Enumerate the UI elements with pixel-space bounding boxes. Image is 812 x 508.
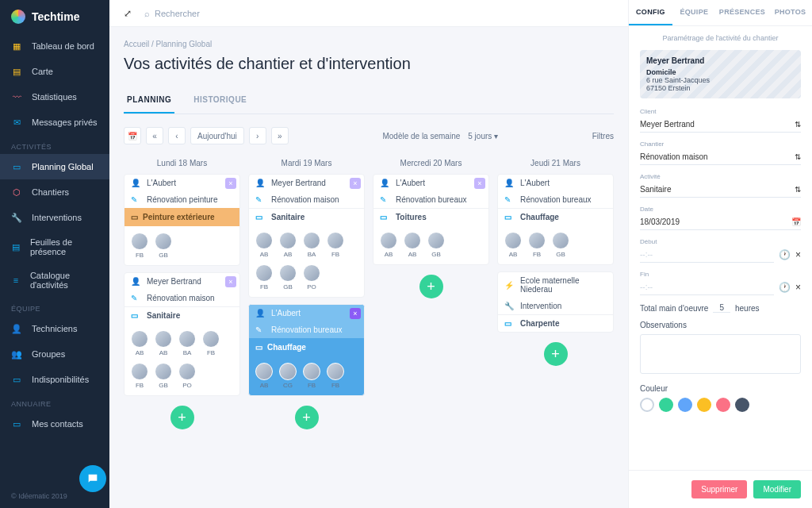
- panel-tab-config[interactable]: CONFIG: [629, 0, 672, 25]
- avatar[interactable]: FB: [327, 232, 344, 258]
- search[interactable]: ⌕ Rechercher: [144, 9, 200, 18]
- date-input[interactable]: 18/03/2019📅: [640, 214, 801, 230]
- debut-label: Début: [640, 238, 801, 245]
- page-title: Vos activités de chantier et d'intervent…: [124, 55, 614, 73]
- avatar[interactable]: CG: [279, 363, 297, 389]
- breadcrumb[interactable]: Accueil / Planning Global: [124, 40, 614, 48]
- sidebar-item-chantiers[interactable]: ⬡Chantiers: [0, 179, 109, 205]
- sidebar-item-statistiques[interactable]: 〰Statistiques: [0, 84, 109, 110]
- prev-icon[interactable]: ‹: [168, 127, 186, 144]
- add-button[interactable]: +: [544, 342, 568, 366]
- avatar-img: [255, 264, 273, 282]
- sidebar-item-interventions[interactable]: 🔧Interventions: [0, 205, 109, 230]
- filters-button[interactable]: Filtres: [592, 132, 614, 140]
- sidebar-item-techniciens[interactable]: 👤Techniciens: [0, 316, 109, 341]
- obs-textarea[interactable]: [640, 334, 801, 374]
- avatar[interactable]: GB: [427, 232, 445, 258]
- activite-label: Activité: [640, 173, 801, 180]
- fin-input[interactable]: --:--: [640, 279, 774, 295]
- sidebar-item-label: Messages privés: [32, 117, 98, 127]
- planning-card[interactable]: 👤L'Aubert✎Rénovation bureaux▭ChauffageAB…: [497, 174, 614, 265]
- color-swatch[interactable]: [735, 398, 749, 412]
- sidebar-item-feuilles-de-présence[interactable]: ▤Feuilles de présence: [0, 230, 109, 264]
- edit-button[interactable]: Modifier: [753, 480, 801, 498]
- add-button[interactable]: +: [419, 275, 443, 298]
- calendar-icon[interactable]: 📅: [124, 127, 141, 144]
- color-swatch[interactable]: [697, 398, 711, 412]
- tab-historique[interactable]: HISTORIQUE: [190, 87, 250, 114]
- sidebar-item-catalogue-d'activités[interactable]: ≡Catalogue d'activités: [0, 264, 109, 297]
- avatar[interactable]: AB: [279, 232, 297, 258]
- avatar[interactable]: FB: [327, 363, 344, 389]
- avatar[interactable]: AB: [404, 232, 421, 258]
- close-icon[interactable]: ×: [474, 178, 485, 189]
- close-icon[interactable]: ×: [350, 308, 361, 319]
- avatar[interactable]: AB: [255, 363, 273, 389]
- panel-tab-presences[interactable]: PRÉSENCES: [716, 0, 768, 25]
- planning-card[interactable]: 👤L'Aubert✎Rénovation bureaux▭ToituresABA…: [373, 174, 489, 265]
- avatar[interactable]: PO: [303, 264, 320, 291]
- clear-icon[interactable]: ×: [795, 282, 801, 293]
- total-value[interactable]: 5: [713, 303, 730, 313]
- avatar[interactable]: AB: [255, 232, 273, 258]
- panel-tab-equipe[interactable]: ÉQUIPE: [672, 0, 716, 25]
- sidebar-item-carte[interactable]: ▤Carte: [0, 59, 109, 84]
- avatar[interactable]: FB: [528, 232, 546, 258]
- model-select[interactable]: 5 jours ▾: [468, 132, 498, 140]
- client-select[interactable]: Meyer Bertrand⇅: [640, 117, 801, 133]
- avatar[interactable]: BA: [178, 330, 196, 356]
- planning-card[interactable]: 👤L'Aubert✎Rénovation peinture▭Peinture e…: [124, 174, 240, 266]
- avatar[interactable]: FB: [303, 363, 320, 389]
- avatar[interactable]: GB: [279, 264, 297, 291]
- avatar[interactable]: AB: [380, 232, 397, 258]
- close-icon[interactable]: ×: [350, 178, 361, 189]
- avatar[interactable]: FB: [202, 330, 220, 356]
- color-swatch[interactable]: [678, 398, 692, 412]
- avatar[interactable]: FB: [131, 233, 148, 259]
- planning-card[interactable]: 👤Meyer Bertrand✎Rénovation maison▭Sanita…: [248, 174, 365, 298]
- planning-grid: Lundi 18 Mars👤L'Aubert✎Rénovation peintu…: [124, 152, 614, 429]
- avatar[interactable]: GB: [155, 233, 172, 259]
- avatar[interactable]: GB: [552, 232, 569, 258]
- avatar[interactable]: BA: [303, 232, 320, 258]
- chat-fab[interactable]: [79, 465, 106, 492]
- add-button[interactable]: +: [170, 406, 194, 429]
- color-swatch[interactable]: [659, 398, 673, 412]
- sidebar-item-tableau-de-bord[interactable]: ▦Tableau de bord: [0, 33, 109, 59]
- avatar[interactable]: FB: [131, 363, 148, 389]
- activite-select[interactable]: Sanitaire⇅: [640, 182, 801, 198]
- avatar[interactable]: PO: [178, 363, 196, 389]
- sidebar-item-groupes[interactable]: 👥Groupes: [0, 341, 109, 367]
- tab-planning[interactable]: PLANNING: [124, 87, 174, 114]
- sidebar-item-indisponibilités[interactable]: ▭Indisponibilités: [0, 367, 109, 392]
- delete-button[interactable]: Supprimer: [691, 480, 747, 498]
- avatar[interactable]: AB: [504, 232, 522, 258]
- day-header: Jeudi 21 Mars: [497, 152, 614, 174]
- avatar[interactable]: AB: [131, 330, 148, 356]
- planning-card[interactable]: ⚡Ecole maternelle Niederau🔧Intervention▭…: [497, 271, 614, 333]
- today-button[interactable]: Aujourd'hui: [190, 127, 244, 144]
- last-icon[interactable]: »: [271, 127, 289, 144]
- add-button[interactable]: +: [295, 406, 319, 429]
- avatar[interactable]: AB: [155, 330, 172, 356]
- sidebar-item-mes-contacts[interactable]: ▭Mes contacts: [0, 411, 109, 437]
- clear-icon[interactable]: ×: [795, 249, 801, 260]
- chantier-select[interactable]: Rénovation maison⇅: [640, 149, 801, 165]
- sidebar-item-planning-global[interactable]: ▭Planning Global: [0, 154, 109, 179]
- avatar[interactable]: FB: [255, 264, 273, 291]
- next-icon[interactable]: ›: [249, 127, 266, 144]
- planning-card[interactable]: 👤L'Aubert✎Rénovation bureaux▭ChauffageAB…: [248, 304, 365, 396]
- avatar-img: [528, 232, 546, 249]
- debut-input[interactable]: --:--: [640, 247, 774, 263]
- close-icon[interactable]: ×: [225, 276, 236, 287]
- expand-icon[interactable]: ⤢: [122, 8, 133, 19]
- color-swatch[interactable]: [716, 398, 730, 412]
- color-swatch[interactable]: [640, 398, 654, 412]
- planning-card[interactable]: 👤Meyer Bertrand✎Rénovation maison▭Sanita…: [124, 272, 240, 396]
- panel-tab-photos[interactable]: PHOTOS: [768, 0, 812, 25]
- avatar[interactable]: GB: [155, 363, 172, 389]
- sidebar-item-label: Catalogue d'activités: [30, 271, 98, 290]
- close-icon[interactable]: ×: [225, 178, 236, 189]
- sidebar-item-messages-privés[interactable]: ✉Messages privés: [0, 110, 109, 135]
- first-icon[interactable]: «: [146, 127, 163, 144]
